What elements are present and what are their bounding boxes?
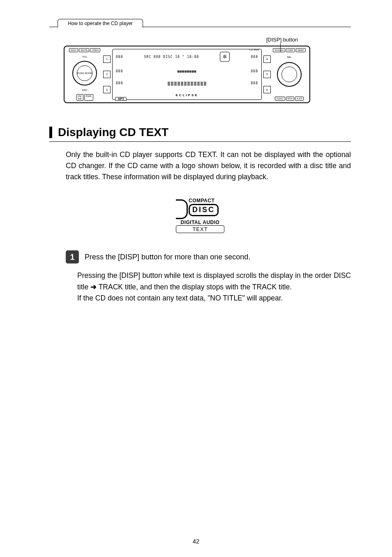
stereo-diagram: DISC MUTE OPEN VOL PUSH MODE ESN FM AM P… [64,46,310,103]
rtn-button: RTN [286,97,294,101]
breadcrumb: How to operate the CD player [58,19,143,28]
disc-label: DISC [189,204,219,216]
section-title: Displaying CD TEXT [58,126,168,139]
seg-r1: 888 [251,69,258,73]
step-body: Pressing the [DISP] button while text is… [77,270,351,303]
preset-6: 6 [263,86,271,93]
model-label: CD 3434 [249,49,259,51]
preset-3: 3 [103,86,111,93]
seg-top: SRC 888 DISC 18 ° 18:88 [144,55,199,59]
text-label: TEXT [176,225,224,233]
stereo-figure: [DISP] button DISC MUTE OPEN VOL PUSH MO… [64,46,310,103]
seg-r0: 888 [251,55,258,59]
section-title-row: Displaying CD TEXT [49,126,351,142]
seg-l1: 888 [116,69,123,73]
header-rule: How to operate the CD player [49,27,351,27]
intro-paragraph: Only the built-in CD player supports CD … [66,149,351,183]
step-row: 1 Press the [DISP] button for more than … [66,250,351,263]
brand-label: ECLIPSE [116,93,258,97]
esn-label: ESN [82,89,87,91]
arrow-icon: ➜ [90,283,97,291]
fm-am-button: FM AM [76,94,83,101]
callout-label: [DISP] button [266,37,298,43]
disc-button: DISC [69,48,78,52]
title-bar-icon [49,127,52,138]
cd-text-logo: COMPACT DISC DIGITAL AUDIO TEXT [49,198,351,233]
sel-label: SEL [287,56,291,58]
preset-1: 1 [103,55,111,63]
spectrum-bars [168,81,206,86]
seg-matrix: ▩▩▩▩▩▩▩▩ [178,69,197,73]
seg-l0: 888 [116,55,123,59]
lcd-display: CD 3434 888 SRC 888 DISC 18 ° 18:88 ✲ 88… [112,49,262,100]
mp3-badge: MP3 [115,97,127,101]
preset-2: 2 [103,71,111,78]
open-button: OPEN [90,48,100,52]
digital-audio-label: DIGITAL AUDIO [176,220,224,225]
left-knob: PUSH MODE [72,61,97,86]
callout-line [280,43,281,52]
sound-button: SOUND [273,48,285,52]
mute-button: MUTE [79,48,89,52]
seg-r2: 888 [251,81,258,85]
step-heading: Press the [DISP] button for more than on… [85,253,250,261]
seek-button: SEEK [296,48,306,52]
seg-l2: 888 [116,81,123,85]
step-body-3: If the CD does not contain any text data… [77,294,283,302]
cd-d-icon [176,199,188,219]
preset-5: 5 [263,71,271,78]
compact-label: COMPACT [189,198,219,203]
ast-button: A.ST [295,97,304,101]
preset-4: 4 [263,55,271,63]
page-number: 42 [0,538,392,545]
step-number-badge: 1 [66,250,79,263]
step-body-2: TRACK title, and then the display stops … [97,283,292,291]
right-knob [277,62,302,87]
vol-label: VOL [82,55,87,58]
pwr-button: PWR [84,94,93,101]
func-button: FUNC [275,97,285,101]
sun-icon: ✲ [220,52,230,62]
disp-button: DISP [286,48,295,52]
